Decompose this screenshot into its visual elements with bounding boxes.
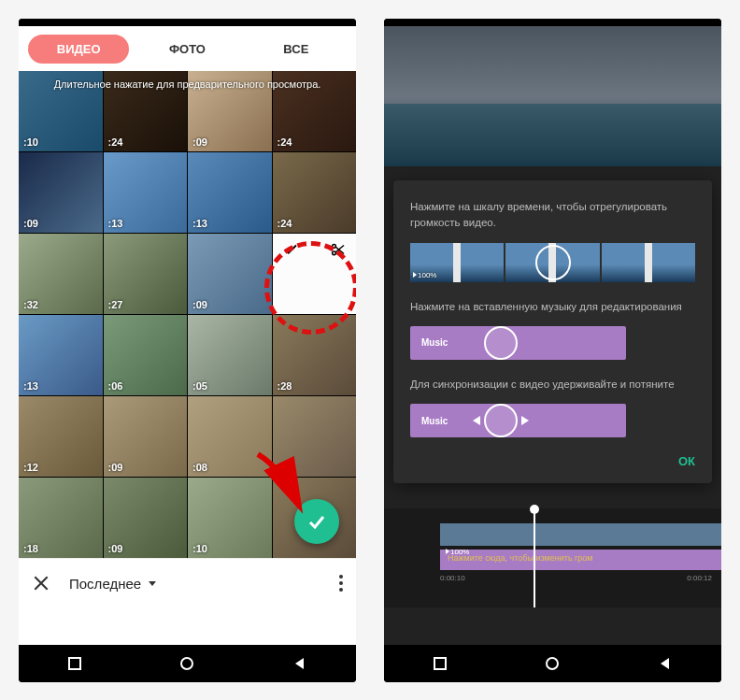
time-labels: 0:00:10 0:00:12 (384, 570, 721, 582)
tip-volume: Нажмите на шкалу времени, чтобы отрегули… (410, 199, 695, 232)
svg-marker-11 (661, 658, 669, 669)
duration-label: :18 (23, 543, 38, 554)
duration-label: :09 (192, 136, 207, 148)
video-thumbnail[interactable]: :18 (19, 478, 103, 558)
duration-label: :24 (278, 136, 292, 148)
gallery-screen: ВИДЕО ФОТО ВСЕ Длительное нажатие для пр… (19, 26, 356, 645)
video-thumbnail[interactable]: :24 (273, 71, 357, 151)
video-thumbnail[interactable] (273, 234, 357, 314)
dropdown-icon[interactable] (147, 578, 158, 589)
tip-music-edit: Нажмите на вставленную музыку для редакт… (410, 299, 695, 315)
duration-label: :27 (108, 299, 123, 310)
video-preview[interactable] (384, 26, 721, 166)
duration-label: :13 (192, 218, 207, 229)
video-thumbnail[interactable]: :09 (19, 152, 103, 233)
svg-point-10 (547, 658, 558, 669)
scissors-icon[interactable] (330, 241, 347, 258)
bottom-bar: Последнее (19, 558, 356, 607)
svg-line-2 (335, 247, 344, 254)
video-thumbnail[interactable]: :09 (104, 478, 188, 558)
video-thumbnail[interactable]: :08 (188, 396, 272, 477)
status-bar (19, 19, 356, 26)
svg-marker-5 (149, 581, 156, 586)
duration-label: :06 (108, 380, 123, 392)
android-navbar (19, 645, 356, 682)
nav-home-icon[interactable] (544, 655, 561, 672)
close-icon[interactable] (32, 574, 50, 593)
tip-music-sync: Для синхронизации с видео удерживайте и … (410, 377, 695, 393)
duration-label: :32 (23, 299, 38, 310)
duration-label: :10 (192, 543, 207, 554)
tab-video[interactable]: ВИДЕО (28, 35, 129, 64)
duration-label: :10 (23, 136, 38, 148)
nav-home-icon[interactable] (178, 655, 195, 672)
drag-arrows-icon (473, 416, 529, 425)
duration-label: :08 (278, 462, 292, 473)
track-volume-label: 100% (446, 548, 469, 556)
svg-rect-9 (434, 658, 446, 669)
album-label[interactable]: Последнее (69, 576, 141, 592)
right-phone: Нажмите на шкалу времени, чтобы отрегули… (384, 19, 721, 682)
duration-label: :28 (278, 380, 292, 392)
duration-label: :09 (192, 299, 207, 310)
video-thumbnail[interactable]: :09 (188, 234, 272, 314)
video-thumbnail[interactable]: :13 (19, 315, 103, 395)
nav-back-icon[interactable] (657, 655, 674, 672)
video-thumbnail[interactable]: :08 (273, 396, 357, 477)
video-thumbnail[interactable]: :05 (188, 315, 272, 395)
video-thumbnail[interactable]: :28 (273, 315, 357, 395)
video-grid: :10:24:09:24:09:13:13:24:32:27:09:13:06:… (19, 71, 356, 558)
nav-recent-icon[interactable] (66, 655, 83, 672)
music-knob[interactable] (484, 326, 518, 360)
duration-label: :09 (108, 543, 123, 554)
video-thumbnail[interactable]: :32 (19, 234, 103, 314)
tab-photo[interactable]: ФОТО (136, 35, 237, 64)
video-thumbnail[interactable]: :24 (104, 71, 188, 151)
volume-label: 100% (413, 271, 436, 279)
help-dialog: Нажмите на шкалу времени, чтобы отрегули… (393, 180, 712, 483)
svg-line-3 (335, 246, 344, 253)
duration-label: :13 (23, 380, 38, 392)
status-bar (384, 19, 721, 26)
duration-label: :09 (108, 462, 123, 473)
video-thumbnail[interactable]: :09 (104, 396, 188, 477)
editor-screen: Нажмите на шкалу времени, чтобы отрегули… (384, 26, 721, 645)
music-label: Music (421, 337, 448, 348)
volume-knob[interactable] (535, 245, 571, 280)
music-track-sync[interactable]: Music (410, 404, 626, 437)
duration-label: :05 (192, 380, 207, 392)
video-thumbnail[interactable]: :12 (19, 396, 103, 477)
nav-recent-icon[interactable] (432, 655, 448, 672)
ok-button[interactable]: ОК (410, 454, 695, 468)
playhead[interactable] (534, 508, 535, 607)
more-icon[interactable] (339, 575, 343, 592)
confirm-fab[interactable] (294, 499, 339, 544)
music-track-edit[interactable]: Music (410, 326, 626, 360)
video-thumbnail[interactable]: :13 (104, 152, 188, 233)
media-tabs: ВИДЕО ФОТО ВСЕ (19, 26, 356, 71)
duration-label: :08 (192, 462, 207, 473)
check-icon (306, 510, 328, 533)
video-thumbnail[interactable]: :27 (104, 234, 188, 314)
video-thumbnail[interactable]: :10 (188, 478, 272, 558)
video-thumbnail[interactable]: :09 (188, 71, 272, 151)
left-phone: ВИДЕО ФОТО ВСЕ Длительное нажатие для пр… (19, 19, 356, 682)
nav-back-icon[interactable] (292, 655, 308, 672)
svg-marker-8 (295, 658, 304, 669)
android-navbar (384, 645, 721, 682)
video-thumbnail[interactable]: :06 (104, 315, 188, 395)
music-track[interactable]: Нажмите сюда, чтобы изменить гром (440, 550, 721, 570)
video-thumbnail[interactable]: :24 (273, 152, 357, 233)
music-label: Music (421, 416, 448, 426)
duration-label: :13 (108, 218, 123, 229)
video-thumbnail[interactable]: :13 (188, 152, 272, 233)
tab-all[interactable]: ВСЕ (246, 35, 347, 64)
video-thumbnail[interactable]: :10 (19, 71, 103, 151)
timeline-thumbs[interactable]: 100% (410, 243, 695, 282)
duration-label: :09 (23, 218, 38, 229)
video-track[interactable] (440, 523, 721, 546)
duration-label: :24 (278, 218, 292, 229)
editor-timeline[interactable]: 100% Нажмите сюда, чтобы изменить гром 0… (384, 508, 721, 607)
selection-overlay (273, 234, 357, 314)
check-icon[interactable] (282, 241, 299, 258)
